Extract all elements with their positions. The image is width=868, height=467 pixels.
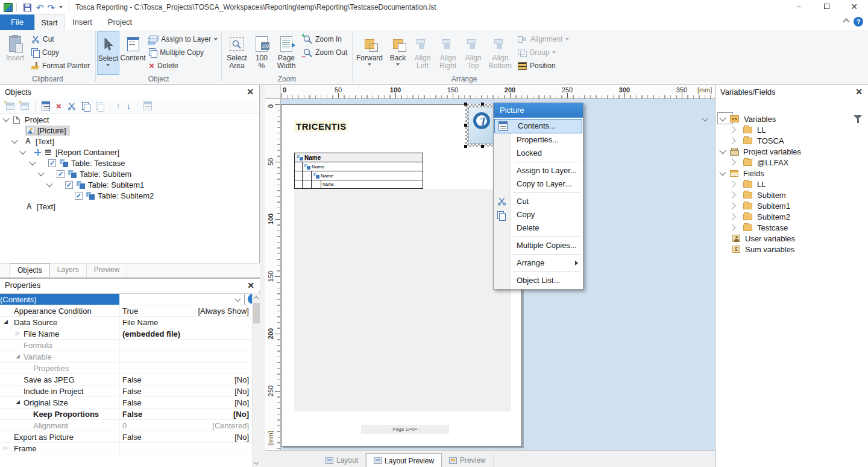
report-page[interactable]: TRICENTIS Name Name Name (281, 104, 522, 446)
cut-button[interactable]: Cut (29, 33, 92, 46)
report-logo-text[interactable]: TRICENTIS (294, 121, 348, 132)
chevron-right-icon[interactable] (729, 126, 735, 133)
checkbox-checked[interactable]: ✓ (48, 159, 56, 167)
delete-button[interactable]: × Delete (146, 59, 220, 72)
tree-item-llfax[interactable]: @LLFAX (715, 157, 868, 168)
content-button[interactable]: Content (119, 31, 146, 75)
collapse-ribbon-icon[interactable] (843, 18, 849, 25)
page-width-button[interactable]: Page Width (272, 31, 300, 75)
forward-button[interactable]: Forward (354, 31, 385, 75)
zoom-100-button[interactable]: 100 % (251, 31, 272, 75)
tree-item-fields[interactable]: Fields (715, 168, 868, 179)
menu-item-multiple-copies[interactable]: Multiple Copies... (494, 239, 583, 252)
table-row[interactable]: Name (294, 171, 423, 180)
select-area-button[interactable]: Select Area (223, 31, 251, 75)
tree-item-subitem1[interactable]: Subitem1 (715, 200, 868, 211)
tree-item-sum-variables[interactable]: Σ Sum variables (715, 244, 868, 255)
menu-item-arrange[interactable]: Arrange (494, 256, 583, 270)
copy-button[interactable]: Copy (29, 46, 92, 59)
tree-item-subitem2[interactable]: Subitem2 (715, 211, 868, 222)
cut-object-icon[interactable] (68, 102, 76, 110)
page-footer-object[interactable]: - Page 1/«0» - (361, 425, 449, 434)
table-row-header[interactable]: Name (294, 153, 423, 162)
expanded-triangle-icon[interactable]: ◢ (16, 353, 20, 359)
expanded-triangle-icon[interactable]: ◢ (4, 319, 8, 325)
chevron-down-icon[interactable] (29, 159, 36, 165)
minimize-button[interactable]: – (785, 0, 813, 14)
save-icon[interactable] (24, 4, 31, 11)
property-row[interactable]: Save as JPEGFalse[No] (0, 374, 260, 386)
chevron-down-icon[interactable] (11, 137, 17, 144)
property-row[interactable]: ◢Original SizeFalse[No] (0, 397, 260, 408)
group-button[interactable]: Group (515, 46, 571, 59)
paste-object-icon[interactable] (96, 102, 104, 110)
property-row[interactable]: Include in ProjectFalse[No] (0, 386, 260, 397)
close-icon[interactable]: ✕ (247, 87, 254, 97)
chevron-right-icon[interactable] (729, 213, 735, 220)
chevron-down-icon[interactable] (719, 169, 726, 176)
menu-item-properties[interactable]: Properties... (494, 133, 583, 147)
property-row[interactable]: Formula (0, 340, 260, 351)
property-row[interactable]: ◢Data SourceFile Name (0, 317, 260, 328)
menu-item-locked[interactable]: Locked (494, 147, 583, 160)
scroll-up-icon[interactable] (254, 296, 259, 301)
move-down-icon[interactable]: ↓ (127, 101, 131, 111)
tree-item-text2[interactable]: A [Text] (0, 201, 259, 212)
property-row[interactable]: Alignment0[Centered] (0, 420, 260, 431)
tree-item-tosca[interactable]: TOSCA (715, 135, 868, 146)
tab-insert[interactable]: Insert (64, 14, 100, 30)
position-button[interactable]: Position (515, 59, 571, 72)
tree-item-table-subitem[interactable]: ✓ Table: Subitem (0, 168, 259, 179)
tab-preview[interactable]: Preview (87, 263, 128, 277)
copy-object-icon[interactable] (82, 102, 90, 110)
close-button[interactable]: ✕ (840, 0, 868, 14)
property-row[interactable]: Appearance ConditionTrue[Always Show] (0, 305, 260, 317)
tree-item-ll[interactable]: LL (715, 124, 868, 135)
chevron-right-icon[interactable] (729, 180, 735, 187)
maximize-button[interactable] (813, 0, 840, 14)
align-bottom-button[interactable]: Align Bottom (485, 31, 515, 75)
tree-item-table-subitem2[interactable]: ✓ Table: Subitem2 (0, 190, 259, 201)
chevron-right-icon[interactable] (729, 191, 735, 198)
tree-item-text[interactable]: A [Text] (0, 136, 259, 147)
checkbox-checked[interactable]: ✓ (57, 170, 64, 178)
chevron-right-icon[interactable] (729, 202, 735, 209)
menu-item-cut[interactable]: Cut (494, 195, 583, 208)
menu-item-object-list[interactable]: Object List... (494, 274, 583, 287)
undo-icon[interactable]: ↶ (36, 3, 44, 12)
menu-item-contents[interactable]: Contents... (494, 119, 582, 133)
tab-layout-preview[interactable]: Layout Preview (366, 453, 442, 467)
align-right-button[interactable]: Align Right (435, 31, 461, 75)
table-data-area[interactable] (294, 189, 511, 411)
tree-item-variables[interactable]: <> Variables (715, 113, 868, 124)
scroll-down-icon[interactable] (254, 460, 259, 465)
tree-item-table-subitem1[interactable]: ✓ Table: Subitem1 (0, 179, 259, 190)
select-button[interactable]: Select (97, 31, 119, 75)
expanded-triangle-icon[interactable]: ◢ (16, 399, 20, 405)
format-painter-button[interactable]: Format Painter (29, 59, 92, 72)
table-row[interactable]: Name (294, 162, 423, 171)
property-row[interactable]: Export as PictureFalse[No] (0, 431, 260, 443)
tree-item-project[interactable]: Project (0, 114, 259, 125)
tab-start[interactable]: Start (34, 14, 64, 30)
tab-file[interactable]: File (0, 14, 34, 30)
chevron-down-icon[interactable] (46, 180, 52, 187)
new-subtable-icon[interactable] (20, 103, 29, 110)
chevron-right-icon[interactable] (729, 137, 735, 144)
close-icon[interactable]: ✕ (855, 87, 863, 97)
alignment-button[interactable]: Alignment (515, 33, 571, 46)
checkbox-checked[interactable]: ✓ (75, 192, 83, 200)
tree-item-user-variables[interactable]: User variables (715, 233, 868, 244)
property-row[interactable]: Keep ProportionsFalse[No] (0, 408, 260, 420)
chevron-down-icon[interactable] (19, 148, 26, 154)
tree-item-fields-ll[interactable]: LL (715, 179, 868, 189)
tab-layout[interactable]: Layout (318, 453, 366, 467)
menu-item-copy-to-layer[interactable]: Copy to Layer... (494, 177, 583, 191)
table-row[interactable]: Name (294, 180, 423, 189)
chevron-right-icon[interactable] (729, 159, 735, 165)
tree-item-report-container[interactable]: [Report Container] (0, 147, 259, 157)
scrollbar-thumb[interactable] (253, 303, 260, 323)
tree-item-testcase[interactable]: Testcase (715, 222, 868, 233)
tab-objects[interactable]: Objects (10, 263, 50, 277)
chevron-down-icon[interactable] (37, 170, 44, 176)
